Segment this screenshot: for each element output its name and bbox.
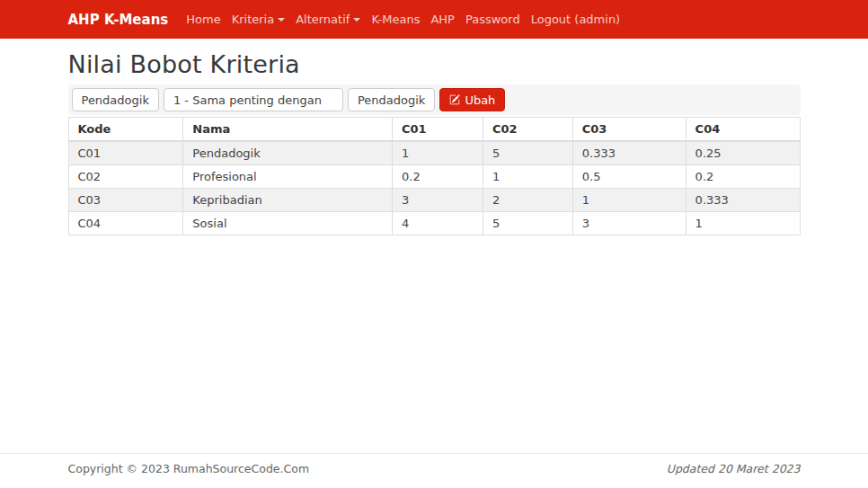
table-row: C02Profesional0.210.50.2: [68, 165, 800, 189]
table-cell: 1: [483, 165, 572, 189]
kriteria1-select-value: Pendadogik: [82, 93, 149, 107]
navbar-links: HomeKriteriaAlternatifK-MeansAHPPassword…: [181, 13, 625, 26]
nav-item-alternatif[interactable]: Alternatif: [290, 9, 366, 30]
table-cell: 2: [483, 189, 572, 212]
scale-select[interactable]: 1 - Sama penting dengan: [164, 88, 343, 111]
pencil-square-icon: [449, 94, 460, 105]
table-cell: C03: [68, 189, 183, 212]
nav-item-password[interactable]: Password: [460, 9, 526, 30]
kriteria-compare-form: Pendadogik 1 - Sama penting dengan Penda…: [68, 84, 801, 115]
kriteria2-select-value: Pendadogik: [358, 93, 425, 107]
table-cell: C02: [68, 165, 183, 189]
column-header-c02: C02: [483, 118, 572, 142]
table-cell: 4: [393, 212, 483, 235]
table-cell: C04: [68, 212, 183, 235]
table-cell: 0.2: [686, 165, 800, 189]
scale-select-value: 1 - Sama penting dengan: [173, 93, 322, 107]
table-cell: 1: [572, 189, 686, 212]
table-cell: Profesional: [183, 165, 393, 189]
nav-item-kriteria[interactable]: Kriteria: [226, 9, 291, 30]
table-cell: 1: [393, 141, 483, 165]
navbar-brand[interactable]: AHP K-Means: [68, 12, 169, 28]
table-cell: 5: [483, 212, 572, 235]
nav-item-k-means[interactable]: K-Means: [366, 9, 425, 30]
table-cell: Kepribadian: [183, 189, 393, 212]
column-header-nama: Nama: [183, 118, 393, 142]
table-cell: 3: [572, 212, 686, 235]
table-cell: 0.333: [572, 141, 686, 165]
table-cell: 0.333: [686, 189, 800, 212]
page-title: Nilai Bobot Kriteria: [68, 50, 801, 78]
table-cell: Pendadogik: [183, 141, 393, 165]
table-cell: Sosial: [183, 212, 393, 235]
table-cell: 0.2: [393, 165, 483, 189]
nav-item-logout-admin[interactable]: Logout (admin): [526, 9, 626, 30]
chevron-down-icon: [353, 18, 360, 22]
kriteria1-select[interactable]: Pendadogik: [72, 88, 159, 111]
table-row: C04Sosial4531: [68, 212, 800, 235]
table-cell: 3: [393, 189, 483, 212]
table-row: C03Kepribadian3210.333: [68, 189, 800, 212]
footer: Copyright © 2023 RumahSourceCode.Com Upd…: [0, 453, 868, 488]
bobot-kriteria-table: KodeNamaC01C02C03C04 C01Pendadogik150.33…: [68, 117, 801, 235]
ubah-button[interactable]: Ubah: [439, 88, 505, 111]
column-header-c03: C03: [572, 118, 686, 142]
table-cell: 0.25: [686, 141, 800, 165]
column-header-c04: C04: [686, 118, 800, 142]
kriteria2-select[interactable]: Pendadogik: [348, 88, 435, 111]
column-header-c01: C01: [393, 118, 483, 142]
updated-text: Updated 20 Maret 2023: [667, 462, 801, 475]
table-row: C01Pendadogik150.3330.25: [68, 141, 800, 165]
navbar: AHP K-Means HomeKriteriaAlternatifK-Mean…: [0, 0, 868, 39]
nav-item-ahp[interactable]: AHP: [425, 9, 460, 30]
nav-item-home[interactable]: Home: [181, 9, 226, 30]
chevron-down-icon: [278, 18, 285, 22]
table-cell: C01: [68, 141, 183, 165]
copyright-text: Copyright © 2023 RumahSourceCode.Com: [68, 462, 310, 475]
table-cell: 1: [686, 212, 800, 235]
table-header-row: KodeNamaC01C02C03C04: [68, 118, 800, 142]
main-content: Nilai Bobot Kriteria Pendadogik 1 - Sama…: [0, 39, 868, 453]
ubah-button-label: Ubah: [465, 93, 495, 107]
column-header-kode: Kode: [68, 118, 183, 142]
table-cell: 5: [483, 141, 572, 165]
table-cell: 0.5: [572, 165, 686, 189]
